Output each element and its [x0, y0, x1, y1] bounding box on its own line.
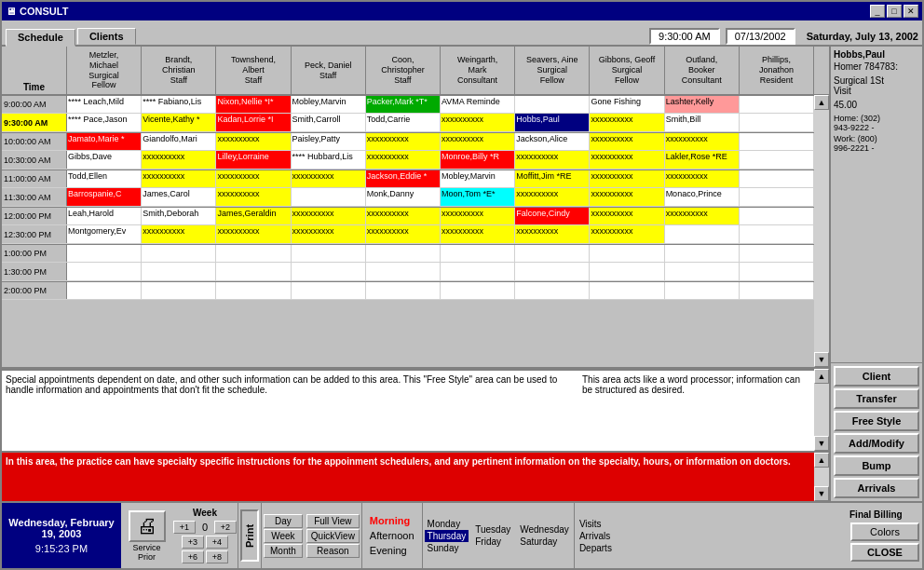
appt-cell[interactable]: [515, 282, 590, 299]
appt-cell[interactable]: xxxxxxxxxx: [441, 133, 515, 150]
saturday-item[interactable]: Saturday: [517, 536, 572, 548]
instructions-scroll-thumb[interactable]: [814, 468, 829, 486]
appt-cell[interactable]: Smith,Bill: [665, 114, 740, 131]
add-modify-button[interactable]: Add/Modify: [834, 433, 919, 454]
appt-cell[interactable]: [67, 245, 142, 262]
appt-cell[interactable]: xxxxxxxxxx: [590, 208, 664, 224]
appt-cell[interactable]: xxxxxxxxxx: [590, 114, 664, 131]
appt-cell[interactable]: [292, 282, 366, 299]
wednesday-item[interactable]: Wednesday: [517, 523, 572, 536]
appt-cell[interactable]: Monk,Danny: [366, 188, 441, 206]
appt-cell[interactable]: xxxxxxxxxx: [142, 151, 216, 169]
colors-button[interactable]: Colors: [850, 522, 919, 541]
appt-cell[interactable]: xxxxxxxxxx: [441, 225, 515, 243]
appt-cell[interactable]: [67, 282, 142, 299]
appt-cell[interactable]: AVMA Reminde: [441, 96, 515, 113]
appt-cell[interactable]: Jamato,Marie *: [67, 133, 142, 150]
appt-cell[interactable]: Jackson,Eddie *: [366, 170, 441, 187]
scroll-up-button[interactable]: ▲: [814, 95, 829, 110]
appt-cell[interactable]: **** Fabiano,Lis: [142, 96, 216, 113]
appt-cell[interactable]: [665, 282, 740, 299]
appt-cell[interactable]: xxxxxxxxxx: [590, 151, 664, 169]
reason-button[interactable]: Reason: [306, 544, 360, 558]
close-button[interactable]: ✕: [904, 5, 918, 18]
appt-cell[interactable]: Kadan,Lorrie *I: [216, 114, 291, 131]
appt-cell[interactable]: [441, 282, 515, 299]
appt-cell[interactable]: xxxxxxxxxx: [366, 225, 441, 243]
appt-cell[interactable]: Hobbs,Paul: [515, 114, 590, 131]
appt-cell[interactable]: [590, 282, 664, 299]
appt-cell[interactable]: [292, 263, 366, 280]
appt-cell[interactable]: [366, 263, 441, 280]
appt-cell[interactable]: [665, 263, 740, 280]
week-8-button[interactable]: +8: [206, 550, 228, 563]
print-button[interactable]: Print: [240, 509, 259, 562]
week-3-button[interactable]: +3: [182, 536, 204, 549]
appt-cell[interactable]: Vicente,Kathy *: [142, 114, 216, 131]
appt-cell[interactable]: [740, 170, 814, 187]
instructions-scroll-down[interactable]: ▼: [814, 486, 829, 501]
appt-cell[interactable]: [740, 133, 814, 150]
maximize-button[interactable]: □: [887, 5, 902, 18]
appt-cell[interactable]: Lilley,Lorraine: [216, 151, 291, 169]
appt-cell[interactable]: Smith,Deborah: [142, 208, 216, 224]
day-view-button[interactable]: Day: [264, 514, 303, 528]
appt-cell[interactable]: **** Hubbard,Lis: [292, 151, 366, 169]
appt-cell[interactable]: Lashter,Kelly: [665, 96, 740, 113]
week-plus1-button[interactable]: +2: [214, 521, 237, 534]
appt-cell[interactable]: [740, 282, 814, 299]
appt-cell[interactable]: James,Geraldin: [216, 208, 291, 224]
appt-cell[interactable]: [216, 263, 291, 280]
scroll-down-button[interactable]: ▼: [814, 352, 829, 367]
appt-cell[interactable]: [590, 245, 664, 262]
appt-cell[interactable]: xxxxxxxxxx: [515, 188, 590, 206]
appt-cell[interactable]: xxxxxxxxxx: [665, 208, 740, 224]
appt-cell[interactable]: [142, 282, 216, 299]
appt-cell[interactable]: [740, 96, 814, 113]
appt-cell[interactable]: [292, 188, 366, 206]
month-view-button[interactable]: Month: [264, 544, 303, 558]
appt-cell[interactable]: [366, 245, 441, 262]
appt-cell[interactable]: Monaco,Prince: [665, 188, 740, 206]
appt-cell[interactable]: Barrospanie,C: [67, 188, 142, 206]
transfer-button[interactable]: Transfer: [834, 388, 919, 409]
appt-cell[interactable]: [740, 188, 814, 206]
appt-cell[interactable]: [515, 96, 590, 113]
appt-cell[interactable]: Todd,Carrie: [366, 114, 441, 131]
appt-cell[interactable]: xxxxxxxxxx: [142, 225, 216, 243]
appt-cell[interactable]: **** Pace,Jason: [67, 114, 142, 131]
appt-cell[interactable]: [216, 245, 291, 262]
printer-icon[interactable]: 🖨: [129, 510, 166, 542]
appt-cell[interactable]: Nixon,Nellie *I*: [216, 96, 291, 113]
appt-cell[interactable]: xxxxxxxxxx: [515, 225, 590, 243]
instructions-scroll-up[interactable]: ▲: [814, 453, 829, 468]
appt-cell[interactable]: xxxxxxxxxx: [292, 208, 366, 224]
friday-item[interactable]: Friday: [472, 536, 513, 548]
appt-cell[interactable]: Moffitt,Jim *RE: [515, 170, 590, 187]
appt-cell[interactable]: [515, 245, 590, 262]
appt-cell[interactable]: Lakler,Rose *RE: [665, 151, 740, 169]
week-6-button[interactable]: +6: [182, 550, 204, 563]
appt-cell[interactable]: [441, 263, 515, 280]
notes-scrollbar[interactable]: ▲ ▼: [814, 369, 829, 451]
appt-cell[interactable]: xxxxxxxxxx: [665, 170, 740, 187]
fullview-button[interactable]: Full View: [306, 514, 360, 528]
schedule-scrollbar[interactable]: ▲ ▼: [814, 95, 829, 367]
appt-cell[interactable]: Todd,Ellen: [67, 170, 142, 187]
appt-cell[interactable]: xxxxxxxxxx: [590, 188, 664, 206]
appt-cell[interactable]: [665, 225, 740, 243]
appt-cell[interactable]: Montgomery,Ev: [67, 225, 142, 243]
appt-cell[interactable]: xxxxxxxxxx: [366, 151, 441, 169]
afternoon-button[interactable]: Afternoon: [364, 528, 420, 543]
appt-cell[interactable]: Moon,Tom *E*: [441, 188, 515, 206]
thursday-item[interactable]: Thursday: [425, 530, 469, 542]
minimize-button[interactable]: _: [870, 5, 885, 18]
appt-cell[interactable]: xxxxxxxxxx: [441, 114, 515, 131]
appt-cell[interactable]: [740, 225, 814, 243]
appt-cell[interactable]: xxxxxxxxxx: [292, 225, 366, 243]
appt-cell[interactable]: [292, 245, 366, 262]
appt-cell[interactable]: [740, 151, 814, 169]
notes-area[interactable]: Special appointments dependent on date, …: [2, 369, 814, 453]
appt-cell[interactable]: [740, 114, 814, 131]
appt-cell[interactable]: [366, 282, 441, 299]
